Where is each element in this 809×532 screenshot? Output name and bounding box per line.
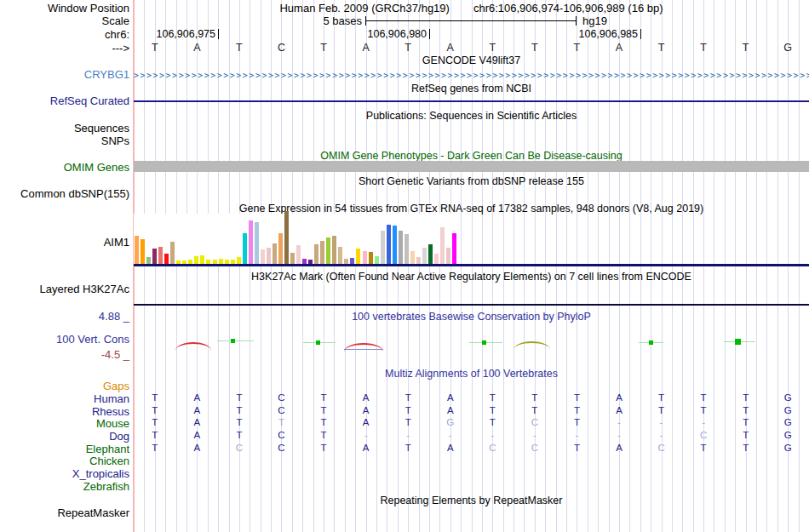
- gtex-tissue-bar: [141, 239, 145, 264]
- gtex-tissue-bar: [170, 242, 175, 264]
- track-title-omim: OMIM Gene Phenotypes - Dark Green Can Be…: [134, 150, 809, 162]
- alignment-base-rhesus: T: [725, 405, 767, 415]
- gtex-tissue-bar: [422, 248, 427, 264]
- gtex-tissue-bar: [452, 233, 456, 264]
- sequence-base: C: [261, 42, 303, 54]
- gtex-tissue-bar: [320, 241, 324, 264]
- sequence-base: T: [640, 42, 683, 54]
- conservation-square: [316, 340, 320, 345]
- alignment-base-rhesus: G: [766, 405, 809, 415]
- track-label-zebrafish[interactable]: Zebrafish: [0, 480, 129, 493]
- alignment-base-mouse: T: [302, 417, 345, 427]
- gtex-tissue-bar: [261, 249, 265, 264]
- alignment-base-mouse: T: [261, 417, 303, 427]
- track-label-x_tropicalis[interactable]: X_tropicalis: [0, 467, 129, 480]
- refseq-curated-line: [134, 100, 809, 102]
- alignment-base-rhesus: A: [176, 405, 219, 415]
- scale-bar: [365, 20, 577, 21]
- track-label-chrom[interactable]: chr6:: [0, 28, 129, 41]
- gtex-tissue-bar: [267, 248, 271, 264]
- track-label-elephant[interactable]: Elephant: [0, 443, 129, 455]
- gtex-tissue-bar: [416, 257, 421, 264]
- conservation-arc: [344, 343, 383, 352]
- conservation-segment: [217, 340, 254, 341]
- conservation-underline: [344, 349, 383, 350]
- track-label-refseq-curated[interactable]: RefSeq Curated: [0, 94, 129, 107]
- gtex-tissue-bar: [176, 260, 181, 264]
- gtex-baseline: [134, 264, 809, 266]
- sequence-base: T: [218, 42, 261, 54]
- alignment-base-elephant: G: [766, 443, 809, 453]
- alignment-base-mouse: T: [218, 417, 261, 427]
- track-label-chicken[interactable]: Chicken: [0, 455, 129, 467]
- gtex-tissue-bar: [243, 233, 247, 264]
- track-label-common-dbsnp[interactable]: Common dbSNP(155): [0, 187, 129, 200]
- track-label-phylop-min[interactable]: -4.5 _: [0, 348, 129, 361]
- track-label-repeatmasker[interactable]: RepeatMasker: [0, 506, 129, 519]
- crybg1-transcript-arrows[interactable]: >>>>>>>>>>>>>>>>>>>>>>>>>>>>>>>>>>>>>>>>…: [134, 71, 809, 81]
- alignment-base-rhesus: A: [345, 405, 387, 415]
- gtex-tissue-bar: [387, 225, 391, 264]
- sequence-base: T: [682, 42, 725, 54]
- track-label-window-position[interactable]: Window Position: [0, 2, 129, 14]
- gtex-tissue-bar: [194, 256, 198, 264]
- alignment-base-human: T: [387, 392, 429, 403]
- alignment-base-human: T: [302, 392, 345, 403]
- sequence-base: T: [514, 42, 556, 54]
- sequence-base: A: [429, 42, 472, 54]
- alignment-base-human: T: [682, 392, 725, 403]
- sequence-base: T: [472, 42, 514, 54]
- track-label-100-vert-cons[interactable]: 100 Vert. Cons: [0, 333, 129, 346]
- gtex-tissue-bar: [182, 260, 186, 264]
- alignment-base-dog: -: [345, 430, 387, 440]
- alignment-base-human: C: [261, 392, 303, 403]
- alignment-base-elephant: A: [429, 443, 472, 453]
- track-label-scale[interactable]: Scale: [0, 14, 129, 27]
- alignment-base-rhesus: T: [134, 405, 176, 415]
- alignment-base-elephant: C: [472, 443, 514, 453]
- gtex-chart-background: [134, 214, 457, 264]
- gtex-tissue-bar: [393, 226, 397, 264]
- alignment-base-human: A: [598, 392, 640, 403]
- track-label-layered-h3k27ac[interactable]: Layered H3K27Ac: [0, 283, 129, 295]
- track-label-snps[interactable]: SNPs: [0, 134, 129, 147]
- track-label-gaps[interactable]: Gaps: [0, 380, 129, 392]
- gtex-tissue-bar: [290, 253, 295, 264]
- track-label-strand[interactable]: --->: [0, 42, 129, 54]
- gtex-tissue-bar: [278, 233, 283, 264]
- gtex-tissue-bar: [296, 245, 301, 264]
- alignment-base-mouse: T: [472, 417, 514, 427]
- track-title-phylop: 100 vertebrates Basewise Conservation by…: [134, 311, 809, 323]
- genome-version-label: hg19: [582, 14, 607, 27]
- track-title-gencode: GENCODE V49lift37: [134, 54, 809, 66]
- track-label-aim1-gene[interactable]: AIM1: [0, 236, 129, 249]
- track-label-omim-genes[interactable]: OMIM Genes: [0, 161, 129, 174]
- track-label-phylop-max[interactable]: 4.88 _: [0, 310, 129, 323]
- gtex-tissue-bar: [381, 231, 385, 264]
- gtex-tissue-bar: [225, 260, 229, 264]
- conservation-arc: [175, 342, 211, 351]
- track-label-dog[interactable]: Dog: [0, 430, 129, 443]
- alignment-base-elephant: T: [725, 443, 767, 453]
- track-label-sequences[interactable]: Sequences: [0, 122, 129, 134]
- scale-bases-label: 5 bases: [281, 14, 362, 27]
- alignment-base-dog: -: [429, 430, 472, 440]
- track-label-human[interactable]: Human: [0, 392, 129, 405]
- alignment-base-dog: A: [176, 430, 219, 440]
- gtex-tissue-bar: [146, 257, 151, 264]
- ruler-number: 106,906,975: [137, 28, 215, 40]
- track-label-rhesus[interactable]: Rhesus: [0, 405, 129, 418]
- omim-genes-bar[interactable]: [134, 161, 809, 172]
- track-label-mouse[interactable]: Mouse: [0, 417, 129, 430]
- alignment-base-human: T: [472, 392, 514, 403]
- ruler-number: 106,906,985: [559, 28, 638, 40]
- alignment-base-elephant: A: [345, 443, 387, 453]
- conservation-square: [649, 340, 653, 345]
- track-label-crybg1-gene[interactable]: CRYBG1: [0, 68, 129, 81]
- alignment-base-mouse: T: [134, 417, 176, 427]
- gtex-tissue-bar: [434, 254, 439, 264]
- alignment-base-mouse: A: [345, 417, 387, 427]
- track-title-dbsnp: Short Genetic Variants from dbSNP releas…: [134, 175, 809, 187]
- gtex-tissue-bar: [399, 231, 403, 264]
- gtex-tissue-bar: [332, 236, 336, 264]
